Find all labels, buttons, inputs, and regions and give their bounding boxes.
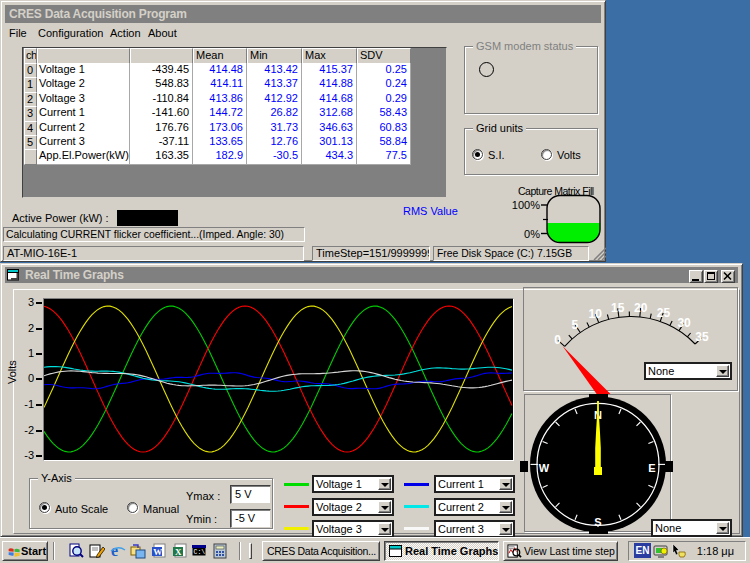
svg-text:W: W <box>153 547 162 557</box>
svg-text:10: 10 <box>589 307 603 321</box>
svg-text:S: S <box>594 516 601 528</box>
svg-text:E: E <box>648 462 655 474</box>
svg-text:W: W <box>539 462 550 474</box>
svg-text:5: 5 <box>572 318 579 332</box>
svg-text:35: 35 <box>695 330 709 344</box>
svg-text:25: 25 <box>657 306 671 320</box>
svg-text:15: 15 <box>611 301 625 315</box>
svg-text:20: 20 <box>634 301 648 315</box>
svg-text:30: 30 <box>677 316 691 330</box>
svg-text:C:\: C:\ <box>194 549 206 556</box>
svg-text:0: 0 <box>554 333 561 347</box>
svg-text:X: X <box>175 547 182 557</box>
